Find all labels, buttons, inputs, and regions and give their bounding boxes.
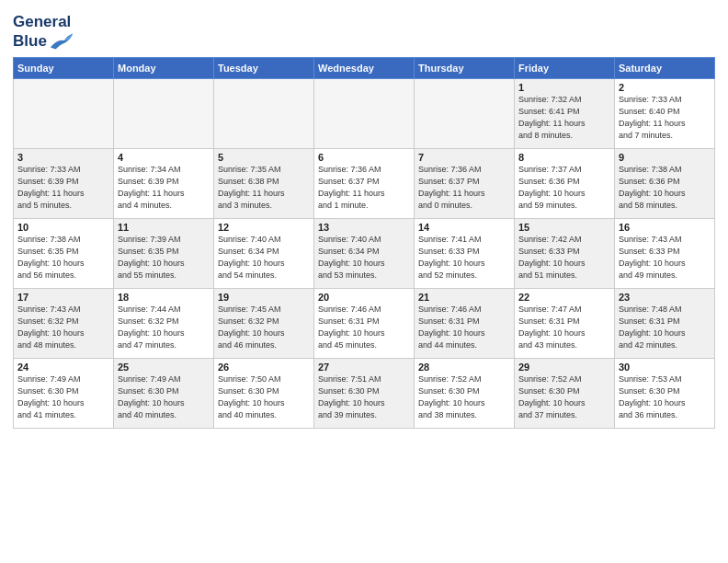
day-info: Sunrise: 7:39 AM Sunset: 6:35 PM Dayligh… [118,234,210,282]
calendar-cell: 26Sunrise: 7:50 AM Sunset: 6:30 PM Dayli… [214,358,314,428]
day-info: Sunrise: 7:45 AM Sunset: 6:32 PM Dayligh… [218,304,310,351]
day-info: Sunrise: 7:36 AM Sunset: 6:37 PM Dayligh… [318,164,410,212]
day-number: 1 [518,82,610,93]
calendar-cell [314,78,415,148]
day-number: 20 [318,292,410,303]
day-number: 24 [17,362,109,373]
calendar-cell: 16Sunrise: 7:43 AM Sunset: 6:33 PM Dayli… [615,218,715,288]
weekday-header-row: SundayMondayTuesdayWednesdayThursdayFrid… [14,57,715,78]
calendar-cell: 13Sunrise: 7:40 AM Sunset: 6:34 PM Dayli… [314,218,415,288]
calendar-cell: 19Sunrise: 7:45 AM Sunset: 6:32 PM Dayli… [214,288,314,358]
day-info: Sunrise: 7:33 AM Sunset: 6:40 PM Dayligh… [619,94,711,142]
day-info: Sunrise: 7:49 AM Sunset: 6:30 PM Dayligh… [17,373,109,421]
calendar-cell: 3Sunrise: 7:33 AM Sunset: 6:39 PM Daylig… [14,148,114,218]
weekday-header-saturday: Saturday [615,57,715,78]
logo-bird-icon [49,31,74,52]
weekday-header-sunday: Sunday [14,57,114,78]
day-info: Sunrise: 7:47 AM Sunset: 6:31 PM Dayligh… [518,304,610,351]
weekday-header-friday: Friday [515,57,615,78]
day-number: 16 [619,222,711,233]
calendar-cell: 29Sunrise: 7:52 AM Sunset: 6:30 PM Dayli… [515,358,615,428]
calendar-cell: 6Sunrise: 7:36 AM Sunset: 6:37 PM Daylig… [314,148,415,218]
day-info: Sunrise: 7:48 AM Sunset: 6:31 PM Dayligh… [619,304,711,351]
day-number: 3 [17,152,109,163]
day-number: 19 [218,292,310,303]
day-number: 18 [118,292,210,303]
day-number: 17 [17,292,109,303]
calendar-cell: 22Sunrise: 7:47 AM Sunset: 6:31 PM Dayli… [515,288,615,358]
day-number: 8 [518,152,610,163]
day-number: 22 [518,292,610,303]
day-info: Sunrise: 7:44 AM Sunset: 6:32 PM Dayligh… [118,304,210,351]
day-number: 30 [619,362,711,373]
day-number: 9 [619,152,711,163]
day-number: 13 [318,222,410,233]
calendar-week-3: 10Sunrise: 7:38 AM Sunset: 6:35 PM Dayli… [14,218,715,288]
day-number: 28 [418,362,510,373]
weekday-header-tuesday: Tuesday [214,57,314,78]
calendar-cell: 11Sunrise: 7:39 AM Sunset: 6:35 PM Dayli… [114,218,214,288]
calendar-week-1: 1Sunrise: 7:32 AM Sunset: 6:41 PM Daylig… [14,78,715,148]
day-info: Sunrise: 7:46 AM Sunset: 6:31 PM Dayligh… [318,304,410,351]
weekday-header-thursday: Thursday [415,57,515,78]
calendar-cell: 14Sunrise: 7:41 AM Sunset: 6:33 PM Dayli… [415,218,515,288]
weekday-header-wednesday: Wednesday [314,57,415,78]
day-number: 10 [17,222,109,233]
calendar-cell: 10Sunrise: 7:38 AM Sunset: 6:35 PM Dayli… [14,218,114,288]
calendar-cell [14,78,114,148]
page-container: General Blue SundayMondayTuesdayWednesda… [0,0,728,436]
day-info: Sunrise: 7:38 AM Sunset: 6:35 PM Dayligh… [17,234,109,282]
calendar-cell [114,78,214,148]
calendar-cell: 21Sunrise: 7:46 AM Sunset: 6:31 PM Dayli… [415,288,515,358]
day-number: 15 [518,222,610,233]
day-info: Sunrise: 7:42 AM Sunset: 6:33 PM Dayligh… [518,234,610,282]
day-info: Sunrise: 7:52 AM Sunset: 6:30 PM Dayligh… [518,373,610,421]
calendar-cell: 24Sunrise: 7:49 AM Sunset: 6:30 PM Dayli… [14,358,114,428]
header: General Blue [13,9,715,52]
calendar-cell: 28Sunrise: 7:52 AM Sunset: 6:30 PM Dayli… [415,358,515,428]
day-number: 26 [218,362,310,373]
day-number: 27 [318,362,410,373]
day-info: Sunrise: 7:38 AM Sunset: 6:36 PM Dayligh… [619,164,711,212]
day-number: 25 [118,362,210,373]
day-info: Sunrise: 7:53 AM Sunset: 6:30 PM Dayligh… [619,373,711,421]
day-number: 2 [619,82,711,93]
logo-line2: Blue [13,31,74,52]
calendar-cell: 2Sunrise: 7:33 AM Sunset: 6:40 PM Daylig… [615,78,715,148]
day-info: Sunrise: 7:33 AM Sunset: 6:39 PM Dayligh… [17,164,109,212]
day-number: 11 [118,222,210,233]
day-info: Sunrise: 7:40 AM Sunset: 6:34 PM Dayligh… [218,234,310,282]
calendar-cell: 27Sunrise: 7:51 AM Sunset: 6:30 PM Dayli… [314,358,415,428]
calendar-cell: 4Sunrise: 7:34 AM Sunset: 6:39 PM Daylig… [114,148,214,218]
day-info: Sunrise: 7:50 AM Sunset: 6:30 PM Dayligh… [218,373,310,421]
day-number: 12 [218,222,310,233]
day-info: Sunrise: 7:32 AM Sunset: 6:41 PM Dayligh… [518,94,610,142]
day-info: Sunrise: 7:52 AM Sunset: 6:30 PM Dayligh… [418,373,510,421]
calendar-cell: 7Sunrise: 7:36 AM Sunset: 6:37 PM Daylig… [415,148,515,218]
day-info: Sunrise: 7:49 AM Sunset: 6:30 PM Dayligh… [118,373,210,421]
day-info: Sunrise: 7:43 AM Sunset: 6:33 PM Dayligh… [619,234,711,282]
calendar-cell: 15Sunrise: 7:42 AM Sunset: 6:33 PM Dayli… [515,218,615,288]
day-number: 7 [418,152,510,163]
day-number: 14 [418,222,510,233]
day-number: 21 [418,292,510,303]
day-number: 5 [218,152,310,163]
day-info: Sunrise: 7:34 AM Sunset: 6:39 PM Dayligh… [118,164,210,212]
day-info: Sunrise: 7:41 AM Sunset: 6:33 PM Dayligh… [418,234,510,282]
calendar-cell: 5Sunrise: 7:35 AM Sunset: 6:38 PM Daylig… [214,148,314,218]
calendar-table: SundayMondayTuesdayWednesdayThursdayFrid… [13,57,715,429]
day-number: 29 [518,362,610,373]
logo-line1: General [13,13,74,31]
day-number: 4 [118,152,210,163]
day-info: Sunrise: 7:36 AM Sunset: 6:37 PM Dayligh… [418,164,510,212]
calendar-cell: 23Sunrise: 7:48 AM Sunset: 6:31 PM Dayli… [615,288,715,358]
calendar-cell: 20Sunrise: 7:46 AM Sunset: 6:31 PM Dayli… [314,288,415,358]
day-info: Sunrise: 7:43 AM Sunset: 6:32 PM Dayligh… [17,304,109,351]
calendar-week-2: 3Sunrise: 7:33 AM Sunset: 6:39 PM Daylig… [14,148,715,218]
calendar-cell: 18Sunrise: 7:44 AM Sunset: 6:32 PM Dayli… [114,288,214,358]
logo: General Blue [13,13,74,52]
calendar-cell [415,78,515,148]
calendar-cell: 17Sunrise: 7:43 AM Sunset: 6:32 PM Dayli… [14,288,114,358]
weekday-header-monday: Monday [114,57,214,78]
calendar-cell: 25Sunrise: 7:49 AM Sunset: 6:30 PM Dayli… [114,358,214,428]
